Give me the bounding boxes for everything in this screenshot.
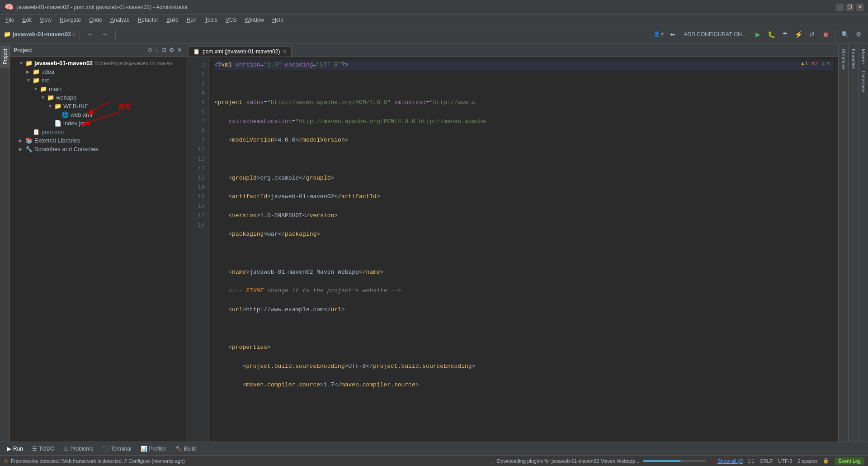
scroll-indicator: ▲1 ✕2 ▲▼ [800,61,831,67]
menu-vcs[interactable]: VCS [222,16,241,24]
collapse-icon[interactable]: ⊟ [161,47,166,53]
refresh-button[interactable]: ↺ [806,29,818,40]
menu-view[interactable]: View [36,16,55,24]
profiler-icon: 📊 [141,446,147,452]
webapp-folder-icon: 📁 [47,94,54,101]
back-button[interactable]: ← [85,29,96,40]
maven-tab[interactable]: Maven [859,45,868,67]
scratches-label: Scratches and Consoles [34,146,98,152]
profile-button[interactable]: ⚡ [793,29,804,40]
main-label: main [49,86,61,92]
run-bottom-button[interactable]: ▶ Run [4,444,27,453]
run-label: Run [13,446,23,452]
indent-label[interactable]: 2 spaces [797,458,817,464]
problems-button[interactable]: ⚠ Problems [60,444,97,453]
encoding-label[interactable]: UTF-8 [778,458,792,464]
back-nav-button[interactable]: ⬅ [667,29,679,40]
build-button[interactable]: 🔨 Build [172,444,200,453]
stop-button[interactable]: ⏹ [820,29,831,40]
tree-main[interactable]: ▼ 📁 main [10,85,186,93]
terminal-icon: ⬛ [102,446,109,452]
run-icon: ▶ [7,446,11,452]
pom-tab-close[interactable]: ✕ [283,49,287,55]
maximize-button[interactable]: ❐ [846,4,854,11]
todo-label: TODO [39,446,54,452]
pom-tab-icon: 📋 [193,48,200,55]
readonly-icon: 🔒 [823,458,829,464]
terminal-button[interactable]: ⬛ Terminal [99,444,135,453]
settings-panel-icon[interactable]: ⚙ [169,47,175,53]
event-log-button[interactable]: Event Log [835,457,864,465]
favorites-tab[interactable]: Favorites [849,45,858,73]
tree-idea[interactable]: ▶ 📁 .idea [10,67,186,76]
sort-icon[interactable]: ≡ [155,47,159,53]
tree-extlibs[interactable]: ▶ 📚 External Libraries [10,136,186,145]
menu-help[interactable]: Help [269,16,287,24]
indexjsp-label: index.jsp [63,120,86,127]
code-content[interactable]: <?xml version="1.0" encoding="UTF-8"?> <… [209,57,838,442]
cursor-position: 1:1 [747,458,754,464]
right-side-tabs: Maven Database [858,43,868,442]
settings-button[interactable]: ⚙ [853,29,864,40]
forward-button[interactable]: → [99,29,111,40]
project-name-label: javaweb-01-maven02 [13,31,71,38]
tree-pomxml[interactable]: 📋 pom.xml [10,128,186,136]
scope-icon[interactable]: ⊙ [147,47,152,53]
tree-webinf[interactable]: ▼ 📁 WEB-INF [10,102,186,110]
code-editor[interactable]: 1 2 3 4 5 6 7 8 9 10 11 12 13 14 15 16 1… [186,57,838,442]
search-button[interactable]: 🔍 [839,29,851,40]
pomxml-file-icon: 📋 [33,128,40,135]
scratches-icon: 🔧 [25,146,33,152]
close-panel-icon[interactable]: ✕ [177,47,182,53]
show-all-link[interactable]: Show all (2) [717,458,744,464]
tree-src[interactable]: ▼ 📁 src [10,76,186,85]
status-download-text: Downloading plugins for javaweb-01-maven… [497,458,639,464]
menu-navigate[interactable]: Navigate [56,16,85,24]
tree-scratches[interactable]: ▶ 🔧 Scratches and Consoles [10,145,186,153]
tree-webapp[interactable]: ▼ 📁 webapp [10,93,186,102]
title-bar-controls: — ❐ ✕ [836,4,863,11]
title-bar-left: 🧠 javaweb-01-maven02 - pom.xml (javaweb-… [5,3,188,11]
add-configuration-button[interactable]: ADD CONFIGURATION... [680,29,750,39]
menu-edit[interactable]: Edit [19,16,35,24]
coverage-button[interactable]: ☂ [779,29,791,40]
menu-refactor[interactable]: Refactor [134,16,162,24]
status-left: ⚠ Frameworks detected: Web framework is … [4,458,487,464]
idea-folder-icon: 📁 [33,68,40,75]
webxml-file-icon: 🌐 [61,111,69,118]
cancel-download-icon[interactable]: ✕ [710,458,714,464]
tree-root[interactable]: ▼ 📁 javaweb-01-maven02 D:\IdeaProjects\j… [10,59,186,67]
menu-run[interactable]: Run [183,16,200,24]
menu-code[interactable]: Code [85,16,106,24]
project-side-tab[interactable]: Project [0,45,9,68]
close-button[interactable]: ✕ [856,4,863,11]
menu-file[interactable]: File [2,16,18,24]
menu-build[interactable]: Build [163,16,182,24]
debug-button[interactable]: 🐛 [765,29,777,40]
download-progress-bar [643,460,681,462]
run-button[interactable]: ▶ [752,29,764,40]
menu-analyze[interactable]: Analyze [107,16,133,24]
main-area: Project Project ⊙ ≡ ⊟ ⚙ ✕ ▼ 📁 javaweb-01… [0,43,868,442]
toolbar-sep-3 [835,29,835,40]
menu-tools[interactable]: Tools [201,16,221,24]
tree-indexjsp[interactable]: 📄 index.jsp 网页 [10,119,186,128]
profiler-button[interactable]: 📊 Profiler [137,444,170,453]
project-panel-header: Project ⊙ ≡ ⊟ ⚙ ✕ [10,43,186,57]
minimize-button[interactable]: — [836,4,844,11]
chevron-icon: › [73,31,75,38]
todo-button[interactable]: ☰ TODO [28,444,58,453]
pom-tab[interactable]: 📋 pom.xml (javaweb-01-maven02) ✕ [188,46,292,57]
tree-webxml[interactable]: 🌐 web.xml [10,110,186,119]
menu-window[interactable]: Window [241,16,268,24]
structure-tab[interactable]: Structure [839,45,848,73]
pomxml-label: pom.xml [42,128,64,135]
main-folder-icon: 📁 [40,86,47,92]
project-header-title: Project [14,47,32,53]
menu-bar: File Edit View Navigate Code Analyze Ref… [0,14,868,25]
database-tab[interactable]: Database [859,67,868,96]
line-ending[interactable]: CRLF [760,458,773,464]
toolbar-separator-2 [115,29,116,40]
warning-icon: ⚠ [4,458,8,464]
scroll-arrows[interactable]: ▲▼ [821,61,831,66]
